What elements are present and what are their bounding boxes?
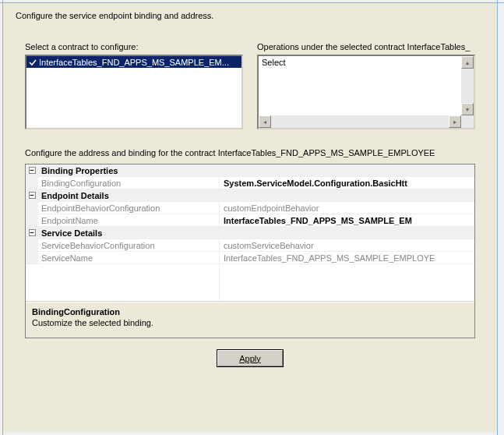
- propgrid-category-label: Service Details: [38, 227, 474, 239]
- propgrid-row[interactable]: ServiceName InterfaceTables_FND_APPS_MS_…: [26, 252, 474, 264]
- propgrid-row[interactable]: EndpointName InterfaceTables_FND_APPS_MS…: [26, 214, 474, 227]
- propgrid-category[interactable]: − Service Details: [26, 227, 474, 239]
- propgrid-key: EndpointName: [38, 214, 219, 226]
- propgrid-value[interactable]: customEndpointBehavior: [219, 202, 474, 214]
- propgrid-category-label: Endpoint Details: [38, 189, 474, 201]
- collapse-icon[interactable]: −: [26, 227, 38, 239]
- contract-list-item[interactable]: InterfaceTables_FND_APPS_MS_SAMPLE_EM...: [26, 56, 241, 68]
- propgrid-value[interactable]: customServiceBehavior: [219, 239, 474, 251]
- propgrid-value[interactable]: System.ServiceModel.Configuration.BasicH…: [219, 177, 474, 189]
- propgrid-value[interactable]: InterfaceTables_FND_APPS_MS_SAMPLE_EM: [219, 214, 474, 226]
- contract-listbox[interactable]: InterfaceTables_FND_APPS_MS_SAMPLE_EM...: [25, 55, 243, 129]
- propgrid-key: ServiceBehaviorConfiguration: [38, 239, 219, 251]
- contract-label: Select a contract to configure:: [25, 42, 243, 51]
- propgrid-row[interactable]: BindingConfiguration System.ServiceModel…: [26, 177, 474, 189]
- operations-listbox[interactable]: Select ▴ ▾ ◂ ▸: [257, 55, 475, 129]
- config-panel: Configure the service endpoint binding a…: [3, 3, 497, 432]
- propgrid-help-title: BindingConfiguration: [32, 307, 468, 317]
- propgrid-key: ServiceName: [38, 252, 219, 263]
- scrollbar-vertical[interactable]: ▴ ▾: [461, 56, 474, 115]
- propgrid-help-desc: Customize the selected binding.: [32, 318, 468, 327]
- scrollbar-corner: [461, 115, 474, 128]
- property-grid: − Binding Properties BindingConfiguratio…: [25, 164, 475, 338]
- scroll-left-button[interactable]: ◂: [259, 115, 271, 128]
- propgrid-category-label: Binding Properties: [38, 164, 474, 176]
- propgrid-row[interactable]: EndpointBehaviorConfiguration customEndp…: [26, 202, 474, 214]
- page-title: Configure the service endpoint binding a…: [11, 9, 489, 28]
- propgrid-key: EndpointBehaviorConfiguration: [38, 202, 219, 214]
- scrollbar-horizontal[interactable]: ◂ ▸: [259, 115, 461, 128]
- contract-list-item-label: InterfaceTables_FND_APPS_MS_SAMPLE_EM...: [39, 58, 229, 67]
- operations-label: Operations under the selected contract I…: [257, 42, 475, 51]
- scroll-up-button[interactable]: ▴: [461, 56, 474, 69]
- binding-section-label: Configure the address and binding for th…: [25, 148, 475, 157]
- apply-button[interactable]: Apply: [217, 349, 284, 367]
- propgrid-help-pane: BindingConfiguration Customize the selec…: [26, 302, 474, 338]
- scroll-right-button[interactable]: ▸: [449, 115, 461, 128]
- propgrid-category[interactable]: − Endpoint Details: [26, 189, 474, 202]
- collapse-icon[interactable]: −: [26, 189, 38, 201]
- operations-list-item[interactable]: Select: [262, 58, 458, 67]
- check-icon: [28, 58, 37, 67]
- propgrid-row[interactable]: ServiceBehaviorConfiguration customServi…: [26, 239, 474, 252]
- propgrid-value[interactable]: InterfaceTables_FND_APPS_MS_SAMPLE_EMPLO…: [219, 252, 474, 263]
- propgrid-key: BindingConfiguration: [38, 177, 219, 189]
- collapse-icon[interactable]: −: [26, 164, 38, 176]
- scroll-down-button[interactable]: ▾: [461, 103, 474, 115]
- propgrid-category[interactable]: − Binding Properties: [26, 164, 474, 177]
